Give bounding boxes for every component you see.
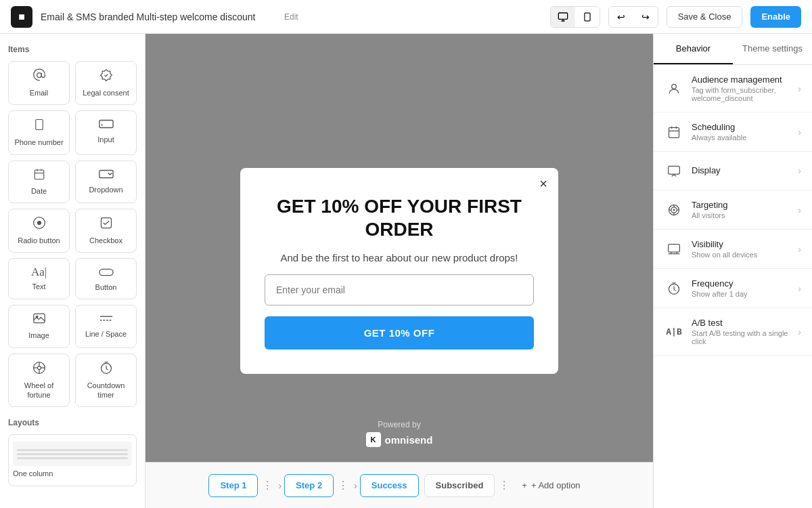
success-button[interactable]: Success [360, 474, 419, 497]
scheduling-text: Scheduling Always available [692, 122, 790, 142]
success-item: Success [360, 474, 419, 497]
device-toggle-group [550, 6, 600, 28]
frequency-title: Frequency [692, 278, 790, 289]
sidebar-item-legal-consent[interactable]: Legal consent [75, 61, 137, 105]
sidebar-item-radio[interactable]: Radio button [8, 209, 70, 253]
sidebar-item-wheel[interactable]: Wheel of fortune [8, 354, 70, 408]
undo-button[interactable]: ↩ [609, 7, 633, 27]
frequency-item[interactable]: Frequency Show after 1 day › [654, 269, 812, 308]
edit-link[interactable]: Edit [284, 12, 298, 22]
visibility-title: Visibility [692, 239, 790, 249]
sidebar-item-email[interactable]: Email [8, 61, 70, 105]
frequency-icon [664, 279, 683, 298]
audience-icon [664, 79, 683, 98]
frequency-arrow-icon: › [798, 283, 801, 294]
svg-rect-0 [558, 13, 567, 19]
sidebar-item-image[interactable]: Image [8, 305, 70, 347]
image-icon [32, 312, 46, 328]
redo-button[interactable]: ↪ [633, 7, 658, 27]
svg-point-16 [37, 221, 41, 224]
step-separator-1: › [278, 480, 281, 491]
popup-subtitle: And be the first to hear about our new p… [280, 252, 518, 263]
step-bar: Step 1 ⋮ › Step 2 ⋮ › Success Subscribed… [145, 462, 653, 508]
add-option-button[interactable]: + + Add option [512, 474, 589, 497]
svg-rect-44 [669, 244, 680, 252]
save-close-button[interactable]: Save & Close [667, 6, 743, 28]
phone-icon [33, 118, 45, 135]
audience-management-item[interactable]: Audience management Tag with form_subscr… [654, 65, 812, 112]
input-icon [99, 118, 114, 132]
radio-label: Radio button [18, 236, 60, 245]
sidebar-item-phone[interactable]: Phone number [8, 110, 70, 154]
frequency-text: Frequency Show after 1 day [692, 278, 790, 298]
items-section-title: Items [8, 45, 137, 54]
email-input[interactable] [265, 274, 534, 305]
subscribed-button[interactable]: Subscribed [424, 474, 495, 497]
sidebar-item-line-space[interactable]: Line / Space [75, 305, 137, 347]
step-1-button[interactable]: Step 1 [208, 474, 258, 497]
scheduling-subtitle: Always available [692, 133, 790, 142]
page-title: Email & SMS branded Multi-step welcome d… [41, 12, 276, 22]
layout-one-column[interactable]: One column [8, 434, 137, 486]
layouts-section-title: Layouts [8, 418, 137, 427]
svg-rect-3 [585, 13, 590, 21]
tab-theme-settings[interactable]: Theme settings [733, 34, 812, 64]
text-label: Text [32, 282, 45, 291]
step-1-options-button[interactable]: ⋮ [259, 479, 275, 492]
sidebar-item-date[interactable]: Date [8, 161, 70, 203]
sidebar-item-checkbox[interactable]: Checkbox [75, 209, 137, 253]
svg-point-20 [36, 316, 37, 318]
undo-redo-group: ↩ ↪ [608, 6, 658, 28]
omnisend-brand-name: omnisend [385, 434, 433, 446]
email-label: Email [30, 88, 49, 98]
sidebar-item-button[interactable]: Button [75, 258, 137, 299]
countdown-label: Countdown timer [80, 381, 132, 400]
display-text: Display [692, 165, 790, 177]
svg-point-31 [672, 84, 677, 89]
ab-test-subtitle: Start A/B testing with a single click [692, 329, 790, 345]
legal-consent-icon [99, 68, 113, 85]
dropdown-label: Dropdown [89, 185, 122, 194]
step-2-options-button[interactable]: ⋮ [335, 479, 351, 492]
popup-close-button[interactable]: × [539, 176, 547, 192]
visibility-subtitle: Show on all devices [692, 251, 790, 259]
mobile-view-button[interactable] [575, 7, 600, 27]
legal-consent-label: Legal consent [83, 88, 129, 98]
sidebar-item-dropdown[interactable]: Dropdown [75, 161, 137, 203]
main-layout: Items Email Legal consent Phone number [0, 34, 812, 508]
app-logo: ■ [11, 6, 32, 28]
svg-rect-32 [669, 127, 679, 137]
add-option-label: + Add option [531, 480, 581, 490]
enable-button[interactable]: Enable [750, 6, 801, 28]
targeting-item[interactable]: Targeting All visitors › [654, 190, 812, 230]
image-label: Image [28, 331, 49, 340]
ab-test-arrow-icon: › [798, 326, 801, 337]
targeting-arrow-icon: › [798, 205, 801, 215]
display-item[interactable]: Display › [654, 152, 812, 190]
items-grid: Email Legal consent Phone number Input [8, 61, 137, 407]
right-panel-content: Audience management Tag with form_subscr… [654, 65, 812, 508]
desktop-view-button[interactable] [551, 7, 575, 27]
visibility-item[interactable]: Visibility Show on all devices › [654, 230, 812, 269]
sidebar-item-countdown[interactable]: Countdown timer [75, 354, 137, 408]
svg-rect-36 [669, 166, 680, 174]
ab-test-item[interactable]: A|B A/B test Start A/B testing with a si… [654, 308, 812, 356]
cta-button[interactable]: GET 10% OFF [265, 316, 534, 350]
tab-behavior[interactable]: Behavior [654, 34, 733, 64]
date-icon [33, 168, 45, 184]
sidebar-item-text[interactable]: Aa| Text [8, 258, 70, 299]
scheduling-icon [664, 123, 683, 142]
display-icon [664, 161, 683, 180]
subscribed-options-button[interactable]: ⋮ [496, 479, 512, 492]
omnisend-logo-icon: K [366, 432, 381, 447]
countdown-icon [99, 361, 113, 378]
scheduling-item[interactable]: Scheduling Always available › [654, 112, 812, 152]
button-icon [99, 266, 114, 280]
topbar: ■ Email & SMS branded Multi-step welcome… [0, 0, 812, 34]
targeting-title: Targeting [692, 200, 790, 210]
audience-text: Audience management Tag with form_subscr… [692, 75, 790, 102]
radio-icon [32, 216, 46, 233]
step-2-button[interactable]: Step 2 [284, 474, 334, 497]
visibility-arrow-icon: › [798, 244, 801, 255]
sidebar-item-input[interactable]: Input [75, 110, 137, 154]
